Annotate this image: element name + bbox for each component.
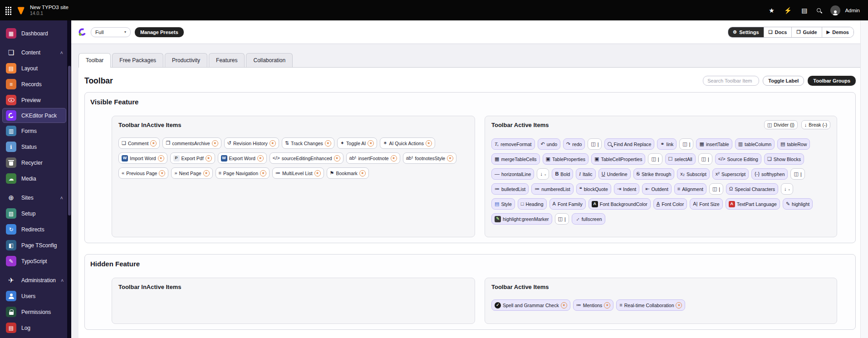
sidebar-item-ckeditor-pack[interactable]: CKEditor Pack	[2, 108, 66, 123]
toolbar-item-previous-page[interactable]: «Previous Page★	[118, 167, 168, 179]
toolbar-item-spell-and-grammar-check[interactable]: ✓Spell and Grammar Check★	[491, 299, 570, 311]
toolbar-item-textpart-language[interactable]: ATextPart Language	[726, 198, 780, 210]
break-item[interactable]: ↓-	[781, 183, 793, 195]
divider-item[interactable]: ◫|	[588, 138, 602, 150]
add-divider-button[interactable]: ◫ Divider (|)	[764, 120, 798, 129]
divider-item[interactable]: ◫|	[648, 153, 662, 165]
sidebar-item-status[interactable]: ℹStatus	[0, 139, 71, 155]
toolbar-item-subscript[interactable]: x₂Subscript	[677, 168, 710, 180]
toolbar-item-strike-through[interactable]: SStrike through	[633, 168, 675, 180]
sidebar-item-preview[interactable]: Preview	[0, 92, 71, 108]
toolbar-item-undo[interactable]: ↶undo	[538, 138, 561, 150]
toolbar-item-highlight-greenmarker[interactable]: ✎highlight:greenMarker	[491, 213, 552, 225]
toolbar-item-indent[interactable]: ⇥Indent	[614, 183, 639, 195]
toolbar-item-bookmark[interactable]: ⚑Bookmark★	[327, 167, 369, 179]
chevron-up-icon[interactable]: ˄	[60, 195, 63, 201]
sidebar-item-sites[interactable]: ⊕Sites˄	[0, 190, 71, 206]
toolbar-item-ai-quick-actions[interactable]: ✶AI Quick Actions★	[380, 137, 435, 149]
toolbar-item-alignment[interactable]: ≡Alignment	[674, 183, 706, 195]
typo3-logo-icon[interactable]	[17, 6, 25, 15]
toolbar-item-tablecolumn[interactable]: ▥tableColumn	[735, 138, 775, 150]
tab-free-packages[interactable]: Free Packages	[112, 53, 163, 67]
divider-item[interactable]: ◫|	[679, 138, 693, 150]
toolbar-item-outdent[interactable]: ⇤Outdent	[642, 183, 672, 195]
toolbar-item-sourceeditingenhanced[interactable]: </>sourceEditingEnhanced★	[270, 152, 343, 164]
modules-grid-icon[interactable]	[5, 6, 12, 15]
sidebar-item-setup[interactable]: ▧Setup	[0, 206, 71, 221]
toolbar-item-multilevel-list[interactable]: ≔MultiLevel List★	[272, 167, 324, 179]
break-item[interactable]: ↓-	[537, 168, 549, 180]
toolbar-item-inserttable[interactable]: ▦insertTable	[696, 138, 732, 150]
docs-button[interactable]: ❏Docs	[764, 27, 792, 37]
backend-list-icon[interactable]: ▤	[801, 7, 807, 14]
sidebar-item-typoscript[interactable]: ✎TypoScript	[0, 253, 71, 269]
chevron-up-icon[interactable]: ˄	[61, 278, 64, 283]
toolbar-item-page-navigation[interactable]: ≡Page Navigation★	[216, 167, 270, 179]
toolbar-item-softhyphen[interactable]: {-}softhyphen	[751, 168, 788, 180]
sidebar-scrollbar-thumb[interactable]	[68, 66, 71, 216]
sidebar-item-content[interactable]: ❏Content˄	[0, 44, 71, 60]
toolbar-item-special-characters[interactable]: ΩSpecial Characters	[726, 183, 778, 195]
toolbar-item-tablecellproperties[interactable]: ▣TableCellProperties	[591, 153, 645, 165]
manage-presets-button[interactable]: Manage Presets	[135, 27, 184, 37]
sidebar-item-administration[interactable]: ✈Administration˄	[0, 272, 71, 288]
toolbar-item-mentions[interactable]: ≔Mentions★	[573, 299, 614, 311]
toolbar-item-font-backgroundcolor[interactable]: AFont BackgroundColor	[588, 198, 651, 210]
toolbar-item-insertfootnote[interactable]: ab¹insertFootnote★	[346, 152, 400, 164]
toolbar-item-redo[interactable]: ↷redo	[563, 138, 585, 150]
toolbar-item-track-changes[interactable]: ⇅Track Changes★	[282, 137, 334, 149]
add-break-button[interactable]: ↓ Break (-)	[801, 120, 830, 129]
search-icon[interactable]	[817, 8, 821, 12]
sidebar-item-recycler[interactable]: Recycler	[0, 155, 71, 171]
toolbar-item-bold[interactable]: BBold	[552, 168, 573, 180]
toolbar-item-superscript[interactable]: x²Superscript	[712, 168, 749, 180]
bookmark-star-icon[interactable]: ★	[769, 7, 775, 14]
sidebar-item-users[interactable]: Users	[0, 288, 71, 304]
toolbar-item-export-word[interactable]: WExport Word★	[218, 152, 267, 164]
toolbar-item-footnotesstyle[interactable]: ab¹footnotesStyle★	[403, 152, 456, 164]
toolbar-item-heading[interactable]: □Heading	[518, 198, 547, 210]
toolbar-item-link[interactable]: ⚭link	[657, 138, 677, 150]
toolbar-item-next-page[interactable]: »Next Page★	[171, 167, 212, 179]
tab-productivity[interactable]: Productivity	[165, 53, 207, 67]
sidebar-item-redirects[interactable]: ↻Redirects	[0, 221, 71, 237]
sidebar-item-forms[interactable]: ▥Forms	[0, 123, 71, 139]
flash-icon[interactable]: ⚡	[784, 7, 792, 14]
toolbar-item-commentsarchive[interactable]: ❐commentsArchive★	[162, 137, 221, 149]
tab-toolbar[interactable]: Toolbar	[78, 53, 111, 67]
divider-item[interactable]: ◫|	[698, 153, 712, 165]
username[interactable]: Admin	[845, 8, 860, 13]
toolbar-item-style[interactable]: ▤Style	[491, 198, 515, 210]
toolbar-item-source-editing[interactable]: </>Source Editing	[715, 153, 761, 165]
tab-features[interactable]: Features	[209, 53, 245, 67]
toggle-label-button[interactable]: Toggle Label	[763, 76, 804, 86]
toolbar-item-italic[interactable]: IItalic	[576, 168, 595, 180]
sidebar-scrollbar[interactable]	[67, 20, 71, 338]
divider-item[interactable]: ◫|	[790, 168, 804, 180]
toolbar-item-mergetablecells[interactable]: ▦mergeTableCells	[491, 153, 540, 165]
toolbar-item-tableproperties[interactable]: ▣TableProperties	[543, 153, 588, 165]
toolbar-item-horizontalline[interactable]: —horizontalLine	[491, 168, 534, 180]
toolbar-item-font-family[interactable]: AFont Family	[549, 198, 586, 210]
divider-item[interactable]: ◫|	[709, 183, 723, 195]
toolbar-item-tablerow[interactable]: ▤tableRow	[777, 138, 810, 150]
sidebar-item-layout[interactable]: ▤Layout	[0, 60, 71, 76]
toolbar-item-find-and-replace[interactable]: Find And Replace	[604, 138, 654, 150]
demos-button[interactable]: ▶Demos	[822, 27, 853, 37]
toolbar-item-underline[interactable]: UUnderline	[598, 168, 631, 180]
chevron-up-icon[interactable]: ˄	[60, 50, 63, 55]
sidebar-item-page-tsconfig[interactable]: ◧Page TSconfig	[0, 237, 71, 253]
toolbar-item-comment[interactable]: ❏Comment★	[118, 137, 160, 149]
toolbar-item-blockquote[interactable]: ❝blockQuote	[576, 183, 611, 195]
sidebar-item-records[interactable]: ≡Records	[0, 76, 71, 92]
toolbar-item-highlight[interactable]: ✎highlight	[783, 198, 813, 210]
settings-button[interactable]: ⚙Settings	[728, 27, 763, 37]
toolbar-item-bulletedlist[interactable]: ≔bulletedList	[491, 183, 529, 195]
toolbar-item-selectall[interactable]: ☐selectAll	[665, 153, 696, 165]
toolbar-item-fullscreen[interactable]: ↔fullscreen	[572, 213, 605, 225]
toolbar-item-show-blocks[interactable]: ❏Show Blocks	[764, 153, 804, 165]
toolbar-groups-button[interactable]: Toolbar Groups	[808, 76, 856, 86]
toolbar-item-import-word[interactable]: WImport Word★	[118, 152, 167, 164]
divider-item[interactable]: ◫|	[555, 213, 569, 225]
page-scrollbar-track[interactable]	[860, 20, 868, 338]
